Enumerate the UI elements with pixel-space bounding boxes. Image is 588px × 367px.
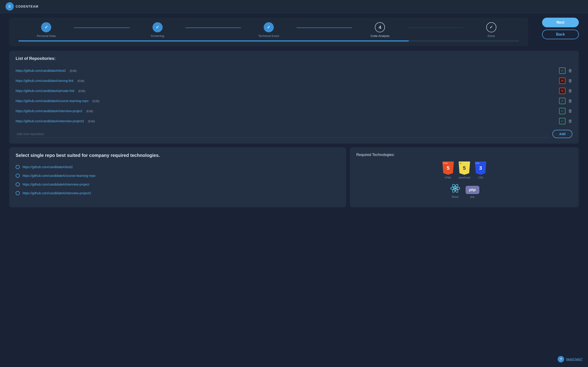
tech-html-label: HTML [445, 176, 451, 179]
check-icon-5[interactable] [559, 108, 565, 114]
check-icon-1[interactable] [559, 67, 565, 74]
step-5-circle: ✓ [486, 22, 496, 32]
radio-option-4[interactable] [16, 191, 20, 195]
check-icon-4[interactable] [559, 98, 565, 104]
add-repo-button[interactable]: Add [552, 130, 572, 138]
need-help[interactable]: ? Need help? [558, 356, 582, 362]
select-repo-link-4[interactable]: https://github.com/candidateA/interview-… [23, 191, 91, 195]
tech-title: Required Technologies: [356, 153, 395, 157]
tech-js: 5 JS JavaScript [458, 161, 470, 179]
tech-react: React [450, 183, 461, 198]
select-repo-link-3[interactable]: https://github.com/candidateA/interview-… [23, 183, 89, 186]
step-4-circle: 4 [375, 22, 385, 32]
table-row: https://github.com/candidateA/interview-… [16, 116, 572, 126]
step-code-analysis: 4 Code Analysis [352, 22, 408, 38]
table-row: https://github.com/candidateA/wrong-link… [16, 76, 572, 86]
table-row: https://github.com/candidateA/interview-… [16, 106, 572, 116]
select-repo-card: Select single repo best suited for compa… [9, 147, 346, 207]
tech-php-label: php [470, 195, 474, 198]
bottom-sections: Select single repo best suited for compa… [9, 147, 579, 207]
tech-css-label: CSS [478, 176, 483, 179]
next-button[interactable]: Next [542, 18, 579, 27]
repo-edit-5[interactable]: (Edit) [86, 109, 93, 113]
step-5-label: Done [488, 34, 495, 38]
step-2-label: Screening [151, 34, 164, 38]
add-repo-input[interactable] [16, 130, 550, 138]
connector-1 [74, 27, 130, 28]
step-3-circle: ✓ [264, 22, 274, 32]
repo-link-5[interactable]: https://github.com/candidateA/interview-… [16, 109, 82, 113]
repo-link-3[interactable]: https://github.com/candidateA/private-li… [16, 89, 74, 93]
tech-icons-row-2: React php php [450, 183, 479, 198]
step-technical-exam: ✓ Technical Exam [241, 22, 296, 38]
repo-edit-4[interactable]: (Edit) [92, 99, 99, 103]
tech-icons-row-1: 5 HTML HTML 5 JS JavaScript [442, 161, 486, 179]
trash-icon-1[interactable]: 🗑 [568, 68, 572, 73]
add-repo-row: Add [16, 130, 572, 138]
step-screening: ✓ Screening [130, 22, 185, 38]
repositories-title: List of Repositories: [16, 56, 572, 61]
table-row: https://github.com/candidateA/course-lea… [16, 96, 572, 106]
check-icon-6[interactable] [559, 118, 565, 124]
repo-edit-2[interactable]: (Edit) [78, 79, 85, 83]
progress-bar-fill [18, 40, 409, 42]
select-repo-title: Select single repo best suited for compa… [16, 153, 340, 158]
app-title: CODENTEAM [16, 5, 38, 8]
stepper-actions: Next Back [542, 18, 579, 39]
back-button[interactable]: Back [542, 30, 579, 39]
step-4-label: Code Analysis [371, 34, 389, 38]
main-content: ✓ Personal Data ✓ Screening ✓ Technical … [0, 13, 588, 212]
required-technologies-card: Required Technologies: 5 HTML HTML [350, 147, 579, 207]
table-row: https://github.com/candidateA/test2 (Edi… [16, 66, 572, 76]
radio-option-2[interactable] [16, 174, 20, 178]
check-icon-3[interactable] [559, 88, 565, 94]
step-1-label: Personal Data [37, 34, 56, 38]
help-icon: ? [558, 356, 564, 362]
radio-option-1[interactable] [16, 165, 20, 169]
list-item: https://github.com/candidateA/interview-… [16, 189, 340, 198]
check-icon-2[interactable] [559, 77, 565, 84]
step-done: ✓ Done [464, 22, 519, 38]
trash-icon-6[interactable]: 🗑 [568, 119, 572, 124]
repo-edit-6[interactable]: (Edit) [88, 119, 95, 123]
header: C CODENTEAM [0, 0, 588, 13]
tech-php: php php [466, 186, 479, 198]
trash-icon-3[interactable]: 🗑 [568, 89, 572, 93]
step-2-circle: ✓ [153, 22, 163, 32]
repo-link-2[interactable]: https://github.com/candidateA/wrong-link [16, 79, 73, 83]
steps-row: ✓ Personal Data ✓ Screening ✓ Technical … [18, 22, 519, 38]
repo-link-6[interactable]: https://github.com/candidateA/interview-… [16, 119, 84, 123]
progress-bar-track [18, 40, 519, 42]
trash-icon-4[interactable]: 🗑 [568, 99, 572, 103]
trash-icon-2[interactable]: 🗑 [568, 78, 572, 83]
tech-html: 5 HTML HTML [442, 161, 454, 179]
help-label[interactable]: Need help? [566, 357, 582, 361]
radio-option-3[interactable] [16, 182, 20, 186]
logo-icon: C [6, 2, 14, 10]
repo-edit-1[interactable]: (Edit) [69, 69, 77, 73]
tech-css: 3 CSS CSS [475, 161, 486, 179]
table-row: https://github.com/candidateA/private-li… [16, 86, 572, 96]
repo-link-4[interactable]: https://github.com/candidateA/course-lea… [16, 99, 89, 103]
list-item: https://github.com/candidateA/interview-… [16, 180, 340, 189]
stepper-card: ✓ Personal Data ✓ Screening ✓ Technical … [9, 18, 528, 46]
list-item: https://github.com/candidateA/course-lea… [16, 171, 340, 180]
connector-2 [185, 27, 241, 28]
list-item: https://github.com/candidateA/test2 [16, 163, 340, 171]
select-repo-link-1[interactable]: https://github.com/candidateA/test2 [23, 165, 73, 169]
repo-link-1[interactable]: https://github.com/candidateA/test2 [16, 69, 66, 73]
step-personal-data: ✓ Personal Data [18, 22, 74, 38]
tech-react-label: React [452, 195, 458, 198]
repositories-card: List of Repositories: https://github.com… [9, 51, 579, 144]
tech-js-label: JavaScript [458, 176, 470, 179]
trash-icon-5[interactable]: 🗑 [568, 109, 572, 114]
react-icon [450, 183, 461, 194]
php-icon: php [466, 186, 479, 194]
step-3-label: Technical Exam [258, 34, 279, 38]
connector-4 [408, 27, 464, 28]
svg-point-0 [454, 187, 456, 189]
repo-edit-3[interactable]: (Edit) [78, 89, 85, 93]
select-repo-link-2[interactable]: https://github.com/candidateA/course-lea… [23, 174, 95, 177]
connector-3 [296, 27, 352, 28]
step-1-circle: ✓ [41, 22, 51, 32]
